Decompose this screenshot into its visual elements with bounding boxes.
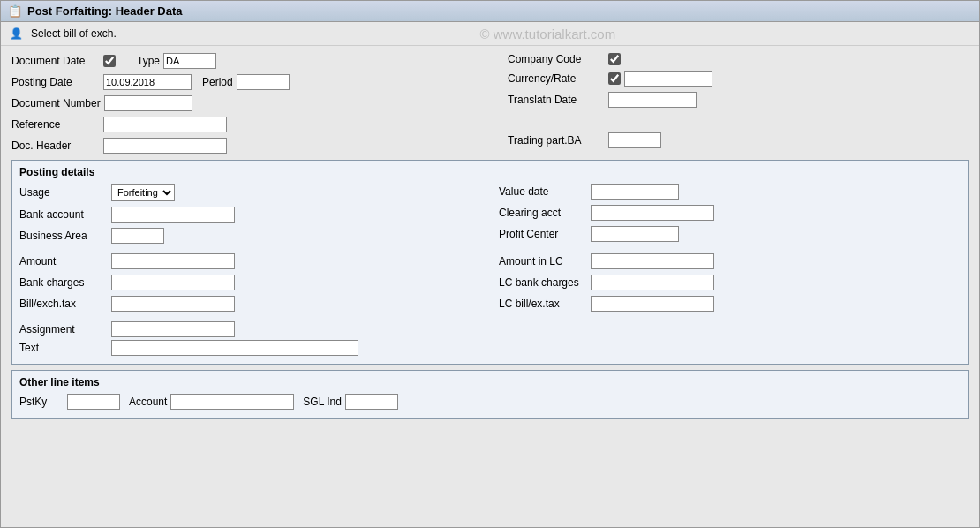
- posting-date-label: Posting Date: [11, 76, 100, 88]
- amount-input[interactable]: [111, 253, 235, 269]
- business-area-input[interactable]: [111, 228, 164, 244]
- pstky-label: PstKy: [19, 396, 64, 408]
- sgl-ind-label: SGL Ind: [303, 396, 342, 408]
- watermark: © www.tutorialkart.com: [124, 26, 972, 41]
- bank-account-label: Bank account: [19, 208, 108, 221]
- toolbar-label[interactable]: Select bill of exch.: [31, 27, 117, 40]
- bank-charges-input[interactable]: [111, 275, 235, 290]
- person-icon: 👤: [8, 26, 24, 41]
- window-title: Post Forfaiting: Header Data: [27, 4, 183, 18]
- assignment-label: Assignment: [19, 323, 108, 336]
- lc-bill-ex-tax-input[interactable]: [591, 296, 714, 312]
- other-line-items-section: Other line items PstKy Account SGL Ind: [11, 370, 969, 419]
- profit-center-input[interactable]: [591, 226, 679, 242]
- clearing-acct-label: Clearing acct: [499, 207, 587, 219]
- usage-label: Usage: [19, 186, 108, 199]
- document-date-label: Document Date: [11, 55, 100, 67]
- lc-bank-charges-input[interactable]: [591, 275, 714, 290]
- value-date-label: Value date: [499, 185, 587, 198]
- document-date-checkbox-field: [103, 55, 116, 67]
- clearing-acct-input[interactable]: [591, 205, 714, 221]
- trading-part-label: Trading part.BA: [508, 134, 605, 147]
- text-input[interactable]: [111, 340, 358, 356]
- sgl-ind-input[interactable]: [345, 394, 398, 410]
- currency-rate-label: Currency/Rate: [508, 72, 605, 85]
- bank-account-input[interactable]: [111, 207, 235, 223]
- lc-bank-charges-label: LC bank charges: [499, 276, 587, 289]
- reference-input[interactable]: [103, 117, 227, 132]
- period-input[interactable]: [237, 74, 290, 90]
- account-label: Account: [129, 396, 167, 408]
- amount-in-lc-label: Amount in LC: [499, 255, 587, 268]
- bank-charges-label: Bank charges: [19, 276, 108, 289]
- other-line-items-title: Other line items: [19, 376, 961, 388]
- doc-header-input[interactable]: [103, 138, 227, 154]
- assignment-input[interactable]: [111, 321, 235, 337]
- usage-select[interactable]: Forfeiting: [111, 184, 175, 201]
- document-number-label: Document Number: [11, 97, 101, 109]
- currency-rate-checkbox[interactable]: [608, 72, 621, 85]
- period-label: Period: [202, 76, 233, 88]
- translatn-date-label: Translatn Date: [508, 94, 605, 106]
- type-label: Type: [137, 55, 160, 67]
- profit-center-label: Profit Center: [499, 228, 587, 240]
- amount-label: Amount: [19, 255, 108, 268]
- posting-details-section: Posting details Usage Forfeiting Bank ac…: [11, 160, 969, 365]
- posting-date-input[interactable]: [103, 74, 192, 90]
- account-input[interactable]: [170, 394, 294, 410]
- lc-bill-ex-tax-label: LC bill/ex.tax: [499, 298, 587, 310]
- text-label: Text: [19, 342, 108, 354]
- bill-exch-tax-input[interactable]: [111, 296, 235, 312]
- type-input[interactable]: [163, 53, 216, 69]
- doc-header-label: Doc. Header: [11, 140, 100, 152]
- currency-rate-input[interactable]: [624, 71, 712, 87]
- reference-label: Reference: [11, 118, 100, 131]
- value-date-input[interactable]: [591, 184, 679, 200]
- posting-details-title: Posting details: [19, 166, 961, 178]
- company-code-label: Company Code: [508, 53, 605, 65]
- pstky-input[interactable]: [67, 394, 120, 410]
- trading-part-input[interactable]: [608, 132, 661, 148]
- company-code-checkbox[interactable]: [608, 53, 621, 65]
- title-bar-icon: 📋: [8, 4, 22, 18]
- amount-in-lc-input[interactable]: [591, 253, 714, 269]
- bill-exch-tax-label: Bill/exch.tax: [19, 298, 108, 310]
- business-area-label: Business Area: [19, 230, 108, 242]
- document-date-checkbox[interactable]: [103, 55, 116, 67]
- translatn-date-input[interactable]: [608, 92, 697, 108]
- document-number-input[interactable]: [104, 95, 192, 111]
